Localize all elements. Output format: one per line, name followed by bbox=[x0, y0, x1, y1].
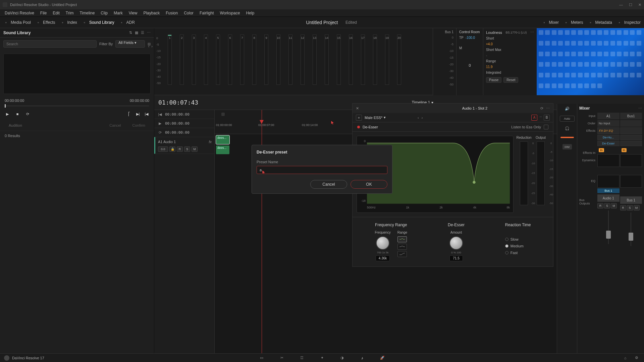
menu-workspace[interactable]: Workspace bbox=[217, 10, 243, 16]
range-option-notch[interactable] bbox=[397, 236, 407, 242]
color-page-icon[interactable]: ◑ bbox=[339, 355, 345, 361]
fader[interactable] bbox=[597, 210, 620, 244]
speaker-icon[interactable]: 🔊 bbox=[565, 107, 570, 111]
menu-fusion[interactable]: Fusion bbox=[163, 10, 180, 16]
minimize-icon[interactable]: — bbox=[619, 3, 623, 7]
menu-file[interactable]: File bbox=[38, 10, 49, 16]
loudness-reset-button[interactable]: Reset bbox=[503, 77, 518, 83]
out-icon[interactable]: ⟳ bbox=[158, 130, 162, 135]
plugin-close-icon[interactable]: ✕ bbox=[356, 106, 359, 111]
reaction-medium[interactable]: Medium bbox=[505, 244, 524, 248]
dialog-cancel-button[interactable]: Cancel bbox=[310, 180, 347, 189]
prev-icon[interactable]: ‹ bbox=[148, 44, 150, 48]
menu-clip[interactable]: Clip bbox=[98, 10, 110, 16]
reaction-fast[interactable]: Fast bbox=[505, 251, 518, 255]
settings-icon[interactable]: ⚙ bbox=[633, 355, 640, 361]
audio-clip[interactable]: dees... bbox=[216, 135, 229, 144]
toolbar-mixer[interactable]: ▫Mixer bbox=[542, 20, 559, 25]
cancel-audition-button[interactable]: Cancel bbox=[105, 122, 125, 129]
toolbar-meters[interactable]: ▫Meters bbox=[564, 20, 583, 25]
loudness-more-icon[interactable]: ⋯ bbox=[530, 30, 534, 35]
solo-button[interactable]: S bbox=[184, 146, 190, 152]
toolbar-inspector[interactable]: ▫Inspector bbox=[617, 20, 641, 25]
plugin-refresh-icon[interactable]: ⟳ bbox=[540, 106, 543, 111]
list-icon[interactable]: ☰ bbox=[141, 31, 144, 35]
mixer-more-icon[interactable]: ⋯ bbox=[638, 106, 642, 111]
maximize-icon[interactable]: ☐ bbox=[629, 3, 632, 7]
dialog-ok-button[interactable]: OK bbox=[351, 180, 387, 189]
next-icon[interactable]: › bbox=[151, 44, 153, 48]
dim-button[interactable]: DIM bbox=[562, 144, 572, 149]
preset-name-input[interactable] bbox=[257, 166, 387, 174]
track-gain[interactable]: 0.0 bbox=[158, 146, 168, 152]
stop-icon[interactable]: ■ bbox=[15, 111, 20, 117]
mute-button[interactable]: M bbox=[192, 146, 198, 152]
snap-icon[interactable] bbox=[221, 113, 225, 116]
media-page-icon[interactable]: ▭ bbox=[258, 355, 265, 361]
home-icon[interactable]: ⌂ bbox=[622, 355, 629, 361]
in-icon[interactable]: ▶ bbox=[158, 121, 162, 126]
edit-page-icon[interactable]: ☲ bbox=[299, 355, 305, 361]
frequency-knob[interactable] bbox=[376, 236, 389, 250]
sort-icon[interactable]: ⇅ bbox=[129, 31, 132, 35]
menu-trim[interactable]: Trim bbox=[63, 10, 76, 16]
loudness-pause-button[interactable]: Pause bbox=[486, 77, 501, 83]
fusion-page-icon[interactable]: ✦ bbox=[319, 355, 325, 361]
go-start-icon[interactable]: |◀ bbox=[158, 112, 162, 117]
menu-view[interactable]: View bbox=[126, 10, 140, 16]
preset-add-icon[interactable]: + bbox=[356, 115, 362, 121]
lock-icon[interactable]: 🔒 bbox=[169, 146, 175, 152]
close-icon[interactable]: ✕ bbox=[638, 3, 641, 7]
record-button[interactable]: R bbox=[177, 146, 183, 152]
menu-edit[interactable]: Edit bbox=[50, 10, 62, 16]
menu-mark[interactable]: Mark bbox=[111, 10, 125, 16]
listen-checkbox[interactable] bbox=[544, 125, 548, 129]
preview-slider[interactable] bbox=[5, 105, 149, 107]
confirm-audition-button[interactable]: Confirm bbox=[128, 122, 149, 129]
range-option-wide[interactable] bbox=[397, 244, 407, 250]
toolbar-media-pool[interactable]: ▫Media Pool bbox=[3, 20, 31, 25]
skip-back-icon[interactable]: |◀ bbox=[144, 111, 149, 117]
fairlight-page-icon[interactable]: ♪ bbox=[359, 355, 366, 361]
toolbar-index[interactable]: ▫Index bbox=[60, 20, 77, 25]
preset-prev-icon[interactable]: ‹ bbox=[418, 116, 419, 120]
search-input[interactable] bbox=[3, 40, 97, 48]
amount-knob[interactable] bbox=[449, 236, 463, 250]
play-icon[interactable]: ▶ bbox=[5, 111, 10, 117]
toolbar-effects[interactable]: ▫Effects bbox=[36, 20, 55, 25]
auto-button[interactable]: Auto bbox=[560, 116, 575, 122]
range-option-shelf[interactable] bbox=[397, 251, 407, 257]
monitor-volume[interactable] bbox=[560, 137, 574, 138]
amount-value[interactable]: 71.5 bbox=[449, 255, 463, 261]
more-icon[interactable]: ⋯ bbox=[147, 31, 151, 35]
frequency-value[interactable]: 4.36k bbox=[376, 255, 390, 261]
menu-playback[interactable]: Playback bbox=[141, 10, 162, 16]
grid-icon[interactable]: ▦ bbox=[135, 31, 138, 35]
menu-davinci-resolve[interactable]: DaVinci Resolve bbox=[2, 10, 37, 16]
filter-select[interactable]: All Fields ▾ bbox=[115, 40, 145, 48]
deliver-page-icon[interactable]: 🚀 bbox=[379, 355, 386, 361]
mark-in-icon[interactable]: ⎡ bbox=[126, 111, 132, 117]
plugin-enable-dot[interactable] bbox=[357, 126, 360, 128]
meter-channel: 14 bbox=[325, 35, 329, 85]
fader[interactable] bbox=[620, 213, 642, 246]
audition-button[interactable]: Audition bbox=[5, 122, 26, 129]
ab-b-button[interactable]: B bbox=[544, 115, 550, 121]
plugin-more-icon[interactable]: ⋯ bbox=[546, 106, 550, 111]
audio-clip[interactable]: dees... bbox=[216, 145, 229, 154]
menu-help[interactable]: Help bbox=[243, 10, 257, 16]
loop-icon[interactable]: ⟳ bbox=[25, 111, 30, 117]
cut-page-icon[interactable]: ✂ bbox=[278, 355, 285, 361]
skip-fwd-icon[interactable]: ▶| bbox=[135, 111, 141, 117]
menu-color[interactable]: Color bbox=[181, 10, 196, 16]
ab-a-button[interactable]: A bbox=[531, 115, 537, 121]
preset-next-icon[interactable]: › bbox=[422, 116, 423, 120]
preset-select[interactable]: Male ESS* ▾ bbox=[365, 115, 415, 120]
headphone-icon[interactable]: 🎧 bbox=[565, 126, 570, 131]
toolbar-sound-library[interactable]: ▫Sound Library bbox=[82, 20, 114, 25]
toolbar-adr[interactable]: ▫ADR bbox=[119, 20, 135, 25]
menu-timeline[interactable]: Timeline bbox=[77, 10, 97, 16]
reaction-slow[interactable]: Slow bbox=[505, 237, 519, 241]
menu-fairlight[interactable]: Fairlight bbox=[197, 10, 217, 16]
toolbar-metadata[interactable]: ▫Metadata bbox=[588, 20, 612, 25]
